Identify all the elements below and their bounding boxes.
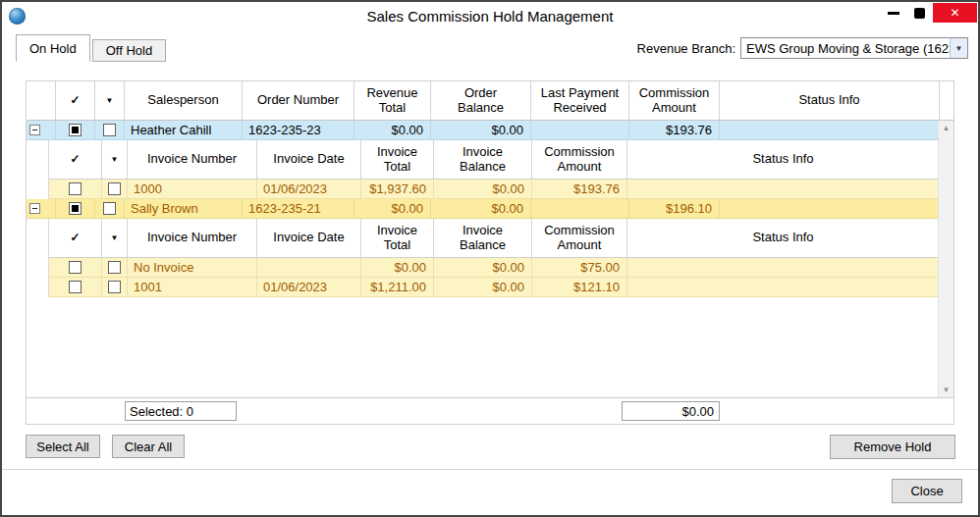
invoice-header-filter[interactable]: ▼	[102, 140, 128, 179]
collapse-icon[interactable]	[29, 125, 40, 135]
expander-cell	[27, 199, 56, 218]
grid-footer: Selected: 0 $0.00	[27, 397, 953, 424]
order-number-cell: 1623-235-21	[243, 199, 354, 218]
filter-arrow-icon: ▼	[106, 96, 114, 105]
invoice-date-cell	[257, 258, 361, 277]
invoice-select-checkbox[interactable]	[69, 281, 82, 293]
invoice-flag-checkbox[interactable]	[108, 281, 121, 293]
header-status-info[interactable]: Status Info	[720, 81, 940, 120]
clear-all-button[interactable]: Clear All	[112, 435, 185, 458]
invoice-header-select[interactable]: ✓	[49, 140, 102, 179]
flag-cell	[102, 258, 128, 277]
header-invoice-total[interactable]: Invoice Total	[361, 219, 434, 257]
invoice-row[interactable]: 1000 01/06/2023 $1,937.60 $0.00 $193.76	[49, 180, 940, 199]
select-cell	[49, 180, 102, 198]
invoice-balance-cell: $0.00	[434, 258, 532, 277]
flag-cell	[102, 180, 128, 198]
minimize-button[interactable]	[880, 3, 906, 23]
select-all-button[interactable]: Select All	[26, 435, 100, 458]
collapse-icon[interactable]	[29, 203, 40, 214]
combo-arrow-icon[interactable]: ▼	[950, 38, 967, 58]
salesperson-row[interactable]: Sally Brown 1623-235-21 $0.00 $0.00 $196…	[27, 199, 940, 219]
invoice-status-cell	[627, 278, 940, 296]
invoice-row[interactable]: 1001 01/06/2023 $1,211.00 $0.00 $121.10	[49, 278, 940, 297]
tab-off-hold[interactable]: Off Hold	[92, 39, 166, 62]
filter-arrow-icon: ▼	[111, 155, 119, 164]
last-payment-cell	[531, 121, 629, 139]
header-invoice-total[interactable]: Invoice Total	[361, 140, 434, 179]
header-salesperson[interactable]: Salesperson	[125, 81, 243, 120]
invoice-total-cell: $1,937.60	[361, 180, 434, 198]
header-invoice-commission[interactable]: Commission Amount	[532, 140, 627, 179]
header-invoice-commission[interactable]: Commission Amount	[532, 219, 627, 257]
invoice-balance-cell: $0.00	[434, 278, 532, 296]
invoice-header-row: ✓ ▼ Invoice Number Invoice Date Invoice …	[49, 219, 940, 258]
invoice-header-row: ✓ ▼ Invoice Number Invoice Date Invoice …	[49, 140, 940, 180]
invoice-date-cell: 01/06/2023	[257, 278, 361, 296]
holds-grid: ✓ ▼ Salesperson Order Number Revenue Tot…	[26, 80, 954, 425]
invoice-select-checkbox[interactable]	[69, 261, 82, 274]
invoice-date-cell: 01/06/2023	[257, 180, 361, 198]
row-select-checkbox[interactable]	[69, 202, 82, 215]
invoice-select-checkbox[interactable]	[69, 182, 82, 195]
revenue-branch-dropdown[interactable]: EWS Group Moving & Storage (1623) ▼	[740, 37, 968, 59]
remove-hold-button[interactable]: Remove Hold	[830, 435, 955, 459]
minimize-icon	[888, 12, 899, 15]
order-balance-cell: $0.00	[431, 199, 531, 218]
header-revenue-total[interactable]: Revenue Total	[354, 81, 431, 120]
revenue-branch: Revenue Branch: EWS Group Moving & Stora…	[637, 37, 968, 59]
header-select-column[interactable]: ✓	[56, 81, 95, 120]
revenue-total-cell: $0.00	[354, 121, 431, 139]
invoice-header-select[interactable]: ✓	[49, 219, 102, 257]
invoice-number-cell: No Invoice	[128, 258, 257, 277]
invoice-flag-checkbox[interactable]	[108, 261, 121, 274]
header-commission-amount[interactable]: Commission Amount	[629, 81, 720, 120]
status-info-cell	[720, 199, 940, 218]
title-bar[interactable]: Sales Commission Hold Management ✕	[2, 2, 978, 31]
flag-cell	[95, 121, 125, 139]
invoice-row[interactable]: No Invoice $0.00 $0.00 $75.00	[49, 258, 940, 278]
invoice-commission-cell: $75.00	[532, 258, 627, 277]
invoice-number-cell: 1001	[128, 278, 257, 296]
header-invoice-balance[interactable]: Invoice Balance	[434, 219, 532, 257]
header-invoice-balance[interactable]: Invoice Balance	[434, 140, 532, 179]
row-select-checkbox[interactable]	[69, 124, 82, 136]
header-invoice-status[interactable]: Status Info	[627, 219, 940, 257]
scroll-down-icon[interactable]: ▼	[939, 386, 953, 394]
invoice-header-filter[interactable]: ▼	[102, 219, 128, 257]
commission-amount-cell: $193.76	[629, 121, 720, 139]
header-filter-column[interactable]: ▼	[95, 81, 125, 120]
select-cell	[56, 121, 95, 139]
header-invoice-date[interactable]: Invoice Date	[257, 140, 361, 179]
check-icon: ✓	[70, 94, 80, 108]
header-invoice-date[interactable]: Invoice Date	[257, 219, 361, 257]
salesperson-cell: Heather Cahill	[125, 121, 243, 139]
header-invoice-status[interactable]: Status Info	[627, 140, 940, 179]
revenue-branch-label: Revenue Branch:	[637, 41, 735, 56]
tab-on-hold[interactable]: On Hold	[16, 34, 90, 62]
header-invoice-number[interactable]: Invoice Number	[128, 140, 257, 179]
header-invoice-number[interactable]: Invoice Number	[128, 219, 257, 257]
header-order-number[interactable]: Order Number	[243, 81, 354, 120]
check-icon: ✓	[70, 153, 80, 167]
selected-count-box: Selected: 0	[125, 401, 237, 421]
salesperson-cell: Sally Brown	[125, 199, 243, 218]
invoice-commission-cell: $121.10	[532, 278, 627, 296]
invoice-flag-checkbox[interactable]	[108, 182, 121, 195]
row-flag-checkbox[interactable]	[103, 202, 116, 215]
salesperson-row[interactable]: Heather Cahill 1623-235-23 $0.00 $0.00 $…	[27, 121, 940, 140]
close-button[interactable]: Close	[892, 479, 962, 503]
vertical-scrollbar[interactable]: ▲ ▼	[938, 121, 953, 397]
header-expander-column	[27, 81, 56, 120]
scroll-up-icon[interactable]: ▲	[939, 124, 953, 132]
close-window-button[interactable]: ✕	[933, 3, 977, 23]
header-order-balance[interactable]: Order Balance	[431, 81, 531, 120]
maximize-icon	[914, 8, 925, 19]
header-last-payment[interactable]: Last Payment Received	[531, 81, 629, 120]
row-flag-checkbox[interactable]	[103, 124, 116, 136]
invoice-balance-cell: $0.00	[434, 180, 532, 198]
window-controls: ✕	[880, 3, 977, 23]
check-icon: ✓	[70, 232, 80, 245]
maximize-button[interactable]	[906, 3, 933, 23]
flag-cell	[102, 278, 128, 296]
